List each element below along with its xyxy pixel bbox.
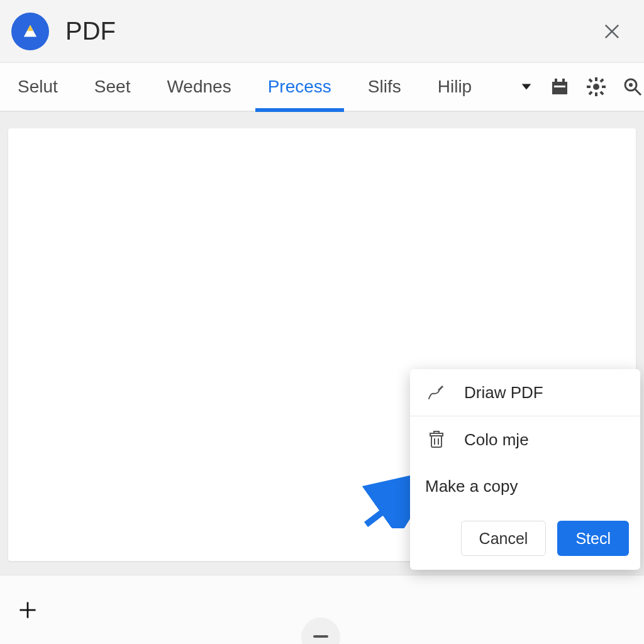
popup-actions: Cancel Stecl	[410, 509, 640, 570]
tab-seet[interactable]: Seet	[89, 63, 136, 111]
svg-rect-13	[602, 86, 606, 88]
app-logo-icon	[11, 13, 49, 50]
menu-item-label: Driaw PDF	[464, 383, 543, 402]
svg-rect-17	[589, 91, 593, 95]
svg-rect-5	[552, 82, 567, 94]
main-stage: Driaw PDF Colo mje Make a copy Cancel St…	[0, 112, 644, 575]
confirm-button[interactable]: Stecl	[557, 521, 629, 556]
menu-item-make-a-copy[interactable]: Make a copy	[410, 463, 640, 509]
search-icon[interactable]	[623, 73, 643, 101]
svg-rect-22	[431, 436, 441, 447]
svg-rect-16	[600, 78, 604, 82]
draw-icon	[423, 379, 450, 406]
tab-precess[interactable]: Precess	[263, 63, 336, 111]
svg-rect-7	[562, 79, 565, 84]
more-tabs-dropdown[interactable]	[519, 73, 533, 101]
close-button[interactable]	[597, 17, 626, 46]
menu-item-colo-mje[interactable]: Colo mje	[410, 416, 640, 463]
context-menu-popup: Driaw PDF Colo mje Make a copy Cancel St…	[410, 369, 640, 570]
svg-marker-1	[27, 25, 33, 30]
svg-rect-6	[555, 79, 557, 84]
tab-bar: Selut Seet Wednes Precess Slifs Hilip	[0, 63, 644, 112]
svg-rect-8	[554, 86, 565, 87]
add-button[interactable]	[14, 596, 42, 624]
calendar-icon[interactable]	[550, 73, 570, 101]
svg-line-19	[635, 89, 641, 95]
svg-rect-14	[589, 78, 593, 82]
tab-wednes[interactable]: Wednes	[162, 63, 236, 111]
svg-point-9	[593, 84, 599, 90]
svg-rect-12	[587, 86, 591, 88]
menu-item-draw-pdf[interactable]: Driaw PDF	[410, 369, 640, 416]
menu-item-label: Make a copy	[425, 477, 518, 496]
trash-icon	[423, 426, 450, 453]
cancel-button[interactable]: Cancel	[461, 521, 547, 556]
menu-item-label: Colo mje	[464, 430, 529, 450]
svg-rect-10	[595, 77, 597, 81]
tab-slifs[interactable]: Slifs	[363, 63, 406, 111]
tab-hilip[interactable]: Hilip	[433, 63, 477, 111]
minus-icon	[313, 635, 328, 638]
svg-marker-4	[522, 84, 531, 89]
window-title: PDF	[65, 17, 116, 45]
app-window: PDF Selut Seet Wednes Precess Slifs Hili…	[0, 0, 644, 644]
svg-rect-15	[600, 91, 604, 95]
svg-rect-26	[434, 431, 439, 433]
tab-selut[interactable]: Selut	[13, 63, 63, 111]
svg-rect-11	[595, 92, 597, 96]
title-bar: PDF	[0, 0, 644, 63]
svg-point-20	[629, 83, 633, 87]
settings-gear-icon[interactable]	[586, 73, 606, 101]
